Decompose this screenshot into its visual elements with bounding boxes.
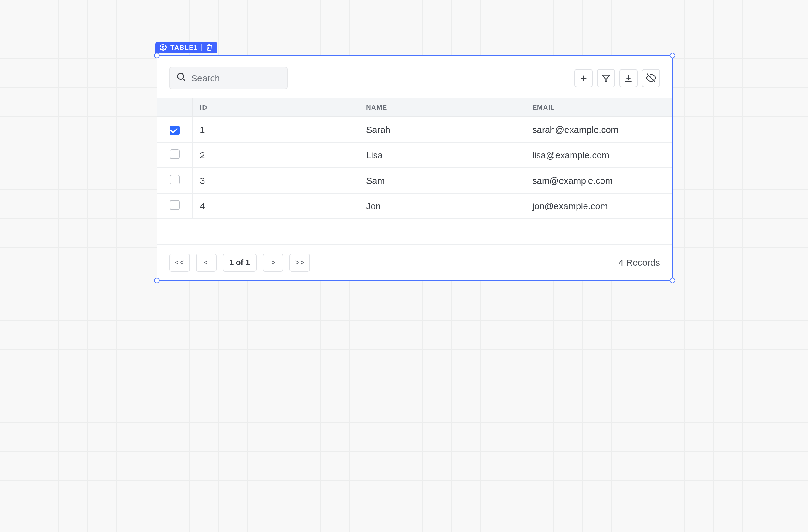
hide-columns-button[interactable] <box>642 69 660 87</box>
table-row[interactable]: 3Samsam@example.com <box>157 167 672 193</box>
row-checkbox[interactable] <box>170 149 180 159</box>
cell-id[interactable]: 3 <box>192 167 359 193</box>
widget-selection-tag[interactable]: TABLE1 <box>155 42 217 53</box>
page-status: 1 of 1 <box>223 253 257 272</box>
resize-handle-bottom-right[interactable] <box>670 277 675 283</box>
table-action-buttons <box>574 69 660 87</box>
row-checkbox-cell[interactable] <box>157 142 192 167</box>
svg-line-2 <box>183 78 185 81</box>
row-checkbox[interactable] <box>170 200 180 209</box>
table-header-row: ID NAME EMAIL <box>157 98 672 117</box>
add-row-button[interactable] <box>574 69 593 87</box>
svg-point-0 <box>162 47 164 48</box>
resize-handle-top-right[interactable] <box>670 53 675 58</box>
record-count: 4 Records <box>619 257 660 268</box>
prev-page-button[interactable]: < <box>196 253 217 272</box>
download-icon <box>624 73 633 83</box>
eye-off-icon <box>646 73 656 83</box>
table-row[interactable]: 2Lisalisa@example.com <box>157 142 672 167</box>
cell-email[interactable]: sarah@example.com <box>525 117 672 142</box>
cell-name[interactable]: Jon <box>359 193 525 218</box>
column-header-email[interactable]: EMAIL <box>525 98 672 117</box>
first-page-button[interactable]: << <box>169 253 190 272</box>
separator <box>201 44 202 51</box>
cell-email[interactable]: sam@example.com <box>525 167 672 193</box>
row-checkbox-cell[interactable] <box>157 117 192 142</box>
row-checkbox[interactable] <box>170 125 180 135</box>
plus-icon <box>579 73 588 83</box>
resize-handle-top-left[interactable] <box>154 53 160 58</box>
search-icon <box>176 72 186 84</box>
column-header-checkbox[interactable] <box>157 98 192 117</box>
cell-email[interactable]: lisa@example.com <box>525 142 672 167</box>
cell-id[interactable]: 4 <box>192 193 359 218</box>
trash-icon[interactable] <box>206 44 213 51</box>
svg-point-1 <box>178 73 184 79</box>
cell-email[interactable]: jon@example.com <box>525 193 672 218</box>
widget-name-label: TABLE1 <box>170 44 198 51</box>
table-row[interactable]: 4Jonjon@example.com <box>157 193 672 218</box>
table-toolbar <box>157 56 672 98</box>
table-footer: << < 1 of 1 > >> 4 Records <box>157 244 672 280</box>
svg-marker-5 <box>602 75 610 81</box>
last-page-button[interactable]: >> <box>289 253 310 272</box>
gear-icon <box>160 44 167 51</box>
search-input[interactable] <box>191 73 281 83</box>
table-row[interactable]: 1Sarahsarah@example.com <box>157 117 672 142</box>
table-widget[interactable]: ID NAME EMAIL 1Sarahsarah@example.com2Li… <box>157 55 673 280</box>
search-input-wrapper[interactable] <box>169 67 288 89</box>
download-button[interactable] <box>619 69 638 87</box>
next-page-button[interactable]: > <box>263 253 283 272</box>
filter-icon <box>601 73 611 83</box>
table-empty-space <box>157 219 672 244</box>
pagination: << < 1 of 1 > >> <box>169 253 310 272</box>
cell-name[interactable]: Sam <box>359 167 525 193</box>
cell-name[interactable]: Lisa <box>359 142 525 167</box>
column-header-id[interactable]: ID <box>192 98 359 117</box>
filter-button[interactable] <box>597 69 615 87</box>
row-checkbox[interactable] <box>170 175 180 184</box>
cell-name[interactable]: Sarah <box>359 117 525 142</box>
data-table: ID NAME EMAIL 1Sarahsarah@example.com2Li… <box>157 98 672 219</box>
cell-id[interactable]: 2 <box>192 142 359 167</box>
row-checkbox-cell[interactable] <box>157 167 192 193</box>
cell-id[interactable]: 1 <box>192 117 359 142</box>
column-header-name[interactable]: NAME <box>359 98 525 117</box>
row-checkbox-cell[interactable] <box>157 193 192 218</box>
resize-handle-bottom-left[interactable] <box>154 277 160 283</box>
